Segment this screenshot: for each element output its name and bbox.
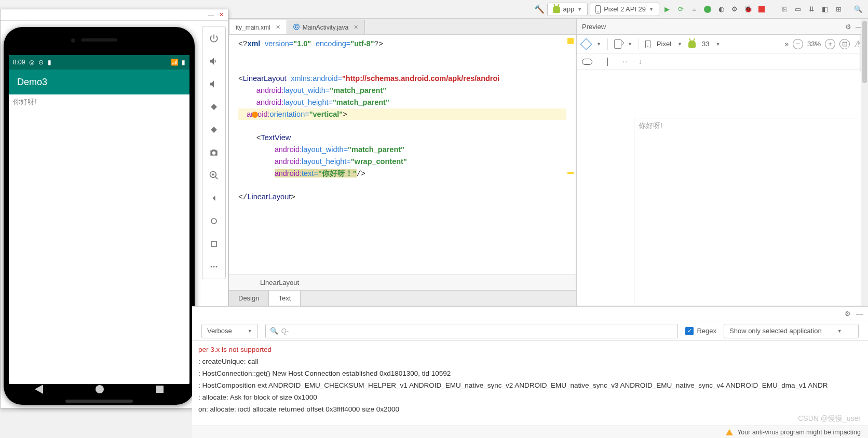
breadcrumb-item: LinearLayout	[260, 279, 299, 286]
zoom-icon[interactable]	[206, 168, 222, 183]
tab-text[interactable]: Text	[269, 291, 301, 306]
log-line: : HostConnection::get() New Host Connect…	[198, 369, 451, 377]
log-line: : allocate: Ask for block of size 0x1000	[198, 393, 317, 401]
camera-icon[interactable]	[206, 145, 222, 160]
sdk-manager-icon[interactable]: ⇊	[806, 4, 817, 15]
gear-icon[interactable]: ⚙	[845, 23, 851, 31]
logcat-header: ⚙ —	[192, 307, 868, 321]
pan-v-icon[interactable]: ↕	[639, 58, 642, 65]
run-icon[interactable]: ▶	[661, 4, 673, 15]
breadcrumb[interactable]: LinearLayout	[229, 275, 576, 290]
android-status-bar: 8:09 ◎ ⊙ ▮ 📶 ▮	[9, 55, 189, 70]
device-dropdown[interactable]: Pixel 2 API 29 ▼	[590, 3, 659, 16]
log-line: : createUnique: call	[198, 358, 259, 365]
preview-title: Preview	[582, 23, 606, 31]
regex-label: Regex	[697, 327, 716, 335]
pan-h-icon[interactable]: ↔	[621, 58, 628, 65]
zoom-label: 33%	[807, 40, 821, 48]
close-icon[interactable]: ✕	[354, 24, 358, 31]
layout-inspector-icon[interactable]: ⊞	[833, 4, 844, 15]
minimize-icon[interactable]: —	[208, 12, 214, 18]
preview-surface[interactable]: 你好呀!	[577, 71, 859, 306]
close-icon[interactable]: ✕	[276, 24, 280, 31]
scrollbar-thumb[interactable]	[862, 21, 867, 83]
vertical-scrollbar[interactable]	[861, 19, 868, 306]
build-icon[interactable]: 🔨	[534, 4, 545, 15]
rotate-right-icon[interactable]	[206, 122, 222, 138]
rotate-left-icon[interactable]	[206, 99, 222, 115]
search-icon[interactable]: 🔍	[852, 4, 864, 15]
android-nav-bar	[9, 378, 189, 401]
signal-icon: 📶	[171, 59, 179, 66]
status-message: Your anti-virus program might be impacti…	[737, 429, 861, 436]
nav-recent-icon[interactable]	[156, 386, 164, 393]
attach-debugger-icon[interactable]: 🐞	[742, 4, 754, 15]
blueprint-icon[interactable]	[603, 58, 611, 66]
orientation-icon[interactable]	[614, 39, 621, 49]
phone-icon	[595, 5, 601, 13]
visibility-icon[interactable]	[582, 59, 592, 65]
preview-device-label[interactable]: Pixel	[657, 40, 671, 48]
avd-manager-icon[interactable]: ▭	[792, 4, 804, 15]
apply-changes-icon[interactable]: ⟳	[675, 4, 686, 15]
phone-speaker	[81, 38, 117, 42]
preview-pane: Preview ⚙ — ▼ ▼ Pixel▼ 33▼ » − 33% + ⊡ ⚠…	[576, 19, 868, 306]
zoom-out-icon[interactable]: −	[793, 39, 803, 49]
phone-screen[interactable]: 8:09 ◎ ⊙ ▮ 📶 ▮ Demo3 你好呀!	[9, 55, 189, 384]
resource-manager-icon[interactable]: ◧	[819, 4, 831, 15]
apply-code-icon[interactable]: ≡	[688, 4, 700, 15]
chevron-down-icon: ▼	[837, 328, 842, 334]
gear-icon[interactable]: ⚙	[845, 310, 851, 318]
more-icon[interactable]	[206, 259, 222, 275]
app-body-text: 你好呀!	[13, 98, 37, 106]
stop-icon[interactable]	[756, 4, 767, 15]
preview-toolbar: ▼ ▼ Pixel▼ 33▼ » − 33% + ⊡ ⚠	[577, 35, 867, 53]
log-filter-label: Show only selected application	[729, 327, 822, 335]
preview-sub-toolbar: ↔ ↕	[577, 53, 867, 70]
surface-icon[interactable]	[580, 38, 592, 50]
log-filter-dropdown[interactable]: Show only selected application ▼	[724, 324, 859, 338]
volume-down-icon[interactable]	[206, 76, 222, 92]
tab-design[interactable]: Design	[229, 291, 269, 306]
preview-api-label[interactable]: 33	[702, 40, 709, 48]
overview-icon[interactable]	[206, 236, 222, 252]
battery-icon: ▮	[48, 59, 51, 66]
warning-marker[interactable]	[567, 172, 574, 174]
minimize-icon[interactable]: —	[856, 310, 863, 318]
log-output[interactable]: per 3.x is not supported : createUnique:…	[192, 341, 868, 419]
warning-marker[interactable]	[567, 38, 574, 44]
run-config-dropdown[interactable]: app ▼	[547, 3, 588, 16]
power-icon[interactable]	[206, 31, 222, 46]
logcat-panel: ⚙ — Verbose ▼ 🔍 Q- ✓ Regex Show only sel…	[192, 306, 868, 438]
close-icon[interactable]: ✕	[219, 11, 224, 18]
coverage-icon[interactable]: ⚙	[729, 4, 740, 15]
logcat-filter-row: Verbose ▼ 🔍 Q- ✓ Regex Show only selecte…	[192, 321, 868, 341]
log-line: on: allocate: ioctl allocate returned of…	[198, 405, 399, 413]
log-level-dropdown[interactable]: Verbose ▼	[201, 324, 258, 338]
app-title: Demo3	[17, 77, 47, 88]
nav-back-icon[interactable]	[35, 385, 43, 394]
android-icon	[688, 40, 696, 48]
home-icon[interactable]	[206, 213, 222, 229]
svg-point-0	[211, 218, 216, 224]
tab-main-activity-java[interactable]: ⓒ MainActivity.java ✕	[287, 20, 365, 34]
wifi-icon: ◎	[29, 59, 34, 66]
nav-home-icon[interactable]	[96, 385, 104, 393]
warning-icon[interactable]	[726, 429, 733, 435]
back-icon[interactable]	[206, 190, 222, 206]
zoom-in-icon[interactable]: +	[825, 39, 835, 49]
regex-checkbox[interactable]: ✓ Regex	[685, 327, 716, 335]
code-editor[interactable]: <?xml version="1.0" encoding="utf-8"?> <…	[229, 35, 576, 275]
more-icon[interactable]: »	[785, 40, 789, 48]
profile-icon[interactable]: ◐	[715, 4, 727, 15]
device-label: Pixel 2 API 29	[604, 5, 646, 13]
svg-point-2	[211, 266, 212, 268]
volume-up-icon[interactable]	[206, 53, 222, 69]
tab-activity-main-xml[interactable]: ity_main.xml ✕	[229, 20, 287, 34]
search-icon: 🔍	[270, 327, 278, 335]
tab-label: ity_main.xml	[236, 24, 270, 31]
sync-icon[interactable]: ⎘	[779, 4, 790, 15]
zoom-fit-icon[interactable]: ⊡	[839, 39, 850, 49]
log-search-input[interactable]: 🔍 Q-	[265, 324, 679, 338]
debug-icon[interactable]	[702, 4, 713, 15]
